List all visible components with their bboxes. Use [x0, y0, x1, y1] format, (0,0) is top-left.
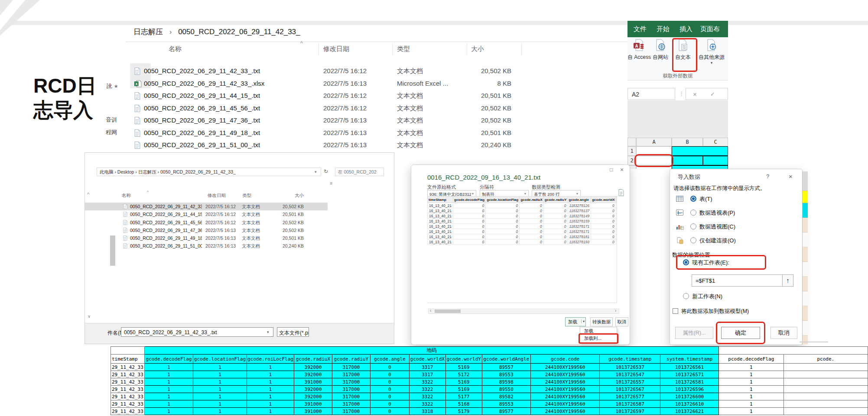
cell[interactable]: 29_11_42_33 [111, 400, 145, 408]
cell[interactable]: 5179 [445, 408, 482, 415]
cell[interactable]: 317000 [332, 364, 370, 371]
file-row[interactable]: 0050_RCD_2022_06_29_11_45_56_.txt2022/7/… [85, 219, 328, 226]
file-row[interactable]: 0050_RCD_2022_06_29_11_49_18_.txt2022/7/… [85, 234, 328, 242]
formula-bar[interactable]: × ✓ [686, 88, 728, 100]
file-row[interactable]: 0050_RCD_2022_06_29_11_51_00_.txt2022/7/… [126, 139, 667, 152]
cell[interactable]: 5177 [445, 393, 482, 400]
cell[interactable]: 0 [370, 386, 409, 393]
load-split-caret-icon[interactable]: ▾ [581, 319, 585, 323]
cell[interactable] [111, 347, 145, 355]
cell[interactable]: 1 [144, 378, 193, 386]
cell[interactable]: 1 [718, 408, 783, 415]
cell[interactable]: 29_11_42_33 [111, 378, 145, 386]
wizard-h-scrollbar[interactable]: ‹ › [428, 309, 619, 314]
dialog-cancel-button[interactable]: 取消 [770, 327, 797, 339]
cell[interactable]: 1 [718, 393, 783, 400]
file-row[interactable]: 0050_RCD_2022_06_29_11_49_18_.txt2022/7/… [126, 127, 667, 139]
cell[interactable]: 392000 [294, 364, 332, 371]
grid-corner[interactable] [627, 138, 636, 146]
cell[interactable]: 391000 [294, 378, 332, 386]
cell-a2[interactable] [636, 156, 672, 165]
cell[interactable]: 1 [144, 400, 193, 408]
cell[interactable]: 3318 [409, 408, 445, 415]
wizard-cancel-button[interactable]: 取消 [615, 317, 628, 326]
address-dropdown-icon[interactable]: ▾ [315, 170, 317, 174]
column-header-b[interactable]: B [672, 138, 703, 146]
cell[interactable]: 89553 [482, 371, 530, 378]
column-header-cell[interactable]: system.timestamp [660, 355, 719, 364]
cell[interactable]: 1013726571 [660, 371, 719, 378]
cell[interactable]: 1 [144, 371, 193, 378]
cell[interactable]: 1 [193, 400, 247, 408]
cell[interactable]: 391000 [294, 408, 332, 415]
row-header-2[interactable]: 2 [627, 156, 636, 165]
cell[interactable]: 1 [247, 386, 294, 393]
cell[interactable]: 317000 [332, 386, 370, 393]
column-header-a[interactable]: A [636, 138, 672, 146]
cell[interactable]: 1 [718, 364, 783, 371]
cell[interactable]: 5168 [445, 400, 482, 408]
search-box[interactable]: 在 0050_RCD_202 [335, 168, 384, 176]
menu-item-load[interactable]: 加载 [580, 327, 617, 335]
cell[interactable]: 1 [193, 371, 247, 378]
column-header-date[interactable]: 修改日期 [323, 45, 349, 53]
data-model-checkbox[interactable] [673, 308, 678, 314]
cell[interactable]: 1013726537 [600, 364, 660, 371]
cell[interactable]: 89557 [482, 364, 530, 371]
cell[interactable]: 0 [370, 400, 409, 408]
cell[interactable]: 1013726557 [600, 378, 660, 386]
cell[interactable]: 1013726567 [600, 386, 660, 393]
cell[interactable]: 1013726561 [660, 364, 719, 371]
column-header-cell[interactable]: gcode.radiuY [332, 355, 370, 364]
cell[interactable]: 1013726610 [660, 400, 719, 408]
cell[interactable]: 1 [144, 386, 193, 393]
cell[interactable]: 317000 [332, 408, 370, 415]
cell[interactable] [783, 386, 868, 393]
row-header-1[interactable]: 1 [627, 146, 636, 156]
connection-only-option-radio[interactable] [690, 237, 696, 243]
cell[interactable]: 1013726597 [600, 408, 660, 415]
cell[interactable]: 29_11_42_33 [111, 364, 145, 371]
cell[interactable]: 1 [144, 364, 193, 371]
cell[interactable]: 244100XY199560 [530, 400, 600, 408]
data-model-label[interactable]: 将此数据添加到数据模型(M) [681, 308, 749, 315]
cell-a1[interactable] [636, 146, 672, 156]
column-header-cell[interactable]: gcode.locationFlag [193, 355, 247, 364]
cell[interactable] [783, 400, 868, 408]
cell[interactable]: 5169 [445, 364, 482, 371]
sidebar-item[interactable]: 音训 [106, 116, 117, 124]
cell[interactable]: 3322 [409, 393, 445, 400]
cell[interactable]: 29_11_42_33 [111, 408, 145, 415]
column-header-name[interactable]: 名称 [169, 45, 182, 53]
column-header-cell[interactable]: pcode.decodeFlag [718, 355, 783, 364]
from-web-button[interactable]: 自网站 [650, 39, 671, 61]
new-sheet-label[interactable]: 新工作表(N) [692, 293, 722, 300]
cell[interactable]: 1 [193, 393, 247, 400]
column-header-cell[interactable]: gcode.worldAngle [482, 355, 530, 364]
cell-b1-c1[interactable] [672, 146, 728, 156]
cell[interactable]: 1 [193, 386, 247, 393]
filetype-select[interactable]: 文本文件(*.prn;*.t [277, 327, 309, 337]
cell[interactable]: 3322 [409, 400, 445, 408]
cell[interactable] [783, 378, 868, 386]
cell[interactable]: 3322 [409, 386, 445, 393]
cell[interactable]: 1 [247, 393, 294, 400]
breadcrumb-current[interactable]: 0050_RCD_2022_06_29_11_42_33_ [178, 28, 300, 36]
cell[interactable]: 3317 [409, 364, 445, 371]
file-row[interactable]: 0050_RCD_2022_06_29_11_44_15_.txt2022/7/… [85, 210, 328, 218]
from-other-sources-button[interactable]: 自其他来源 ▾ [695, 39, 728, 64]
column-header-cell[interactable]: pcode. [783, 355, 868, 364]
cell[interactable]: 244100XY199560 [530, 364, 600, 371]
cell[interactable]: 0 [370, 408, 409, 415]
tab-file[interactable]: 文件 [634, 25, 647, 33]
sidebar-item-pinned[interactable]: 訛 ★ [107, 82, 118, 90]
tab-insert[interactable]: 插入 [679, 25, 692, 33]
address-bar-path[interactable]: 此电脑 › Desktop › 日志解压 › 0050_RCD_2022_06_… [100, 169, 308, 175]
scrollbar-thumb[interactable] [435, 310, 461, 313]
column-header-cell[interactable]: timeStamp [111, 355, 145, 364]
cell[interactable]: 0 [370, 378, 409, 386]
column-header-size[interactable]: 大小 [284, 193, 304, 199]
confirm-entry-icon[interactable]: ✓ [710, 91, 715, 97]
column-header-date[interactable]: 修改日期 [208, 193, 226, 199]
cell[interactable]: 0 [370, 364, 409, 371]
